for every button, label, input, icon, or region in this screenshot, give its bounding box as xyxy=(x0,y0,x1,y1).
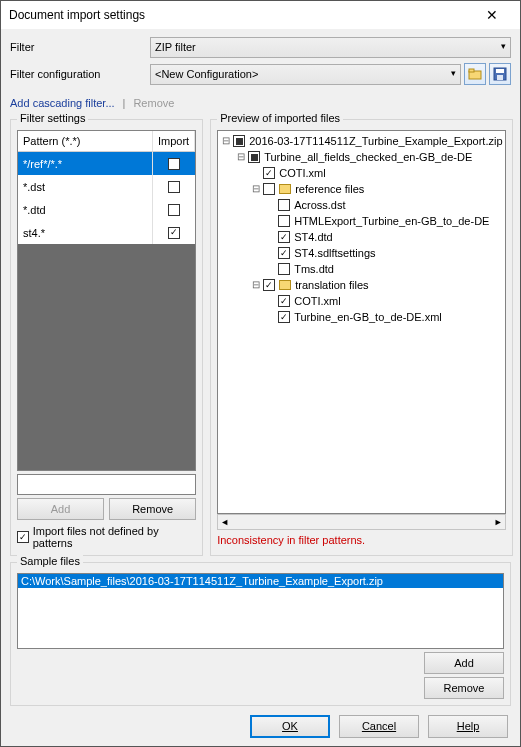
horizontal-scrollbar[interactable]: ◄► xyxy=(217,514,505,530)
add-sample-button[interactable]: Add xyxy=(424,652,504,674)
table-row[interactable]: st4.* xyxy=(18,221,195,244)
sample-files-list[interactable]: C:\Work\Sample_files\2016-03-17T114511Z_… xyxy=(17,573,504,649)
pattern-cell: *.dtd xyxy=(18,198,153,221)
col-pattern[interactable]: Pattern (*.*) xyxy=(18,131,153,151)
tree-item[interactable]: ST4.dtd xyxy=(294,229,333,245)
preview-title: Preview of imported files xyxy=(217,112,343,124)
tree-checkbox[interactable] xyxy=(263,183,275,195)
collapse-icon[interactable]: ⊟ xyxy=(251,184,261,194)
close-button[interactable]: ✕ xyxy=(472,1,512,29)
import-undefined-label: Import files not defined by patterns xyxy=(33,525,197,549)
tree-checkbox[interactable] xyxy=(278,263,290,275)
list-item[interactable]: C:\Work\Sample_files\2016-03-17T114511Z_… xyxy=(18,574,503,588)
collapse-icon[interactable]: ⊟ xyxy=(221,136,231,146)
import-checkbox[interactable] xyxy=(168,227,180,239)
table-row[interactable]: *.dst xyxy=(18,175,195,198)
filter-value: ZIP filter xyxy=(155,41,196,53)
save-icon xyxy=(493,67,507,81)
folder-open-icon xyxy=(468,67,482,81)
remove-pattern-button[interactable]: Remove xyxy=(109,498,196,520)
pattern-cell: */ref*/*.* xyxy=(18,152,153,175)
tree-checkbox[interactable] xyxy=(248,151,260,163)
collapse-icon[interactable]: ⊟ xyxy=(236,152,246,162)
tree-checkbox[interactable] xyxy=(278,247,290,259)
chevron-down-icon: ▾ xyxy=(501,41,506,51)
folder-icon xyxy=(279,280,291,290)
tree-checkbox[interactable] xyxy=(278,311,290,323)
tree-item[interactable]: 2016-03-17T114511Z_Turbine_Example_Expor… xyxy=(249,133,502,149)
add-pattern-button[interactable]: Add xyxy=(17,498,104,520)
tree-item[interactable]: Across.dst xyxy=(294,197,345,213)
table-row[interactable]: *.dtd xyxy=(18,198,195,221)
table-row[interactable]: */ref*/*.* xyxy=(18,152,195,175)
folder-icon xyxy=(279,184,291,194)
tree-checkbox[interactable] xyxy=(263,167,275,179)
pattern-input[interactable] xyxy=(17,474,196,495)
filter-dropdown[interactable]: ZIP filter ▾ xyxy=(150,37,511,58)
filter-settings-title: Filter settings xyxy=(17,112,88,124)
col-import[interactable]: Import xyxy=(153,131,195,151)
svg-rect-4 xyxy=(497,75,503,80)
tree-item[interactable]: ST4.sdlftsettings xyxy=(294,245,375,261)
tree-checkbox[interactable] xyxy=(263,279,275,291)
warning-text: Inconsistency in filter patterns. xyxy=(217,534,505,549)
pattern-cell: *.dst xyxy=(18,175,153,198)
remove-filter-link: Remove xyxy=(133,97,174,109)
chevron-down-icon: ▾ xyxy=(451,68,456,78)
svg-rect-3 xyxy=(496,69,504,73)
preview-group: Preview of imported files ⊟ 2016-03-17T1… xyxy=(210,119,512,556)
pattern-table[interactable]: Pattern (*.*) Import */ref*/*.* *.dst xyxy=(17,130,196,471)
tree-checkbox[interactable] xyxy=(233,135,245,147)
import-checkbox[interactable] xyxy=(168,204,180,216)
tree-item[interactable]: translation files xyxy=(295,277,368,293)
tree-item[interactable]: HTMLExport_Turbine_en-GB_to_de-DE xyxy=(294,213,489,229)
sample-files-group: Sample files C:\Work\Sample_files\2016-0… xyxy=(10,562,511,706)
sample-files-title: Sample files xyxy=(17,555,83,567)
tree-item[interactable]: COTI.xml xyxy=(294,293,340,309)
save-config-button[interactable] xyxy=(489,63,511,85)
pattern-cell: st4.* xyxy=(18,221,153,244)
filter-config-label: Filter configuration xyxy=(10,68,150,80)
tree-item[interactable]: Turbine_en-GB_to_de-DE.xml xyxy=(294,309,442,325)
separator: | xyxy=(123,97,126,109)
open-config-button[interactable] xyxy=(464,63,486,85)
tree-checkbox[interactable] xyxy=(278,295,290,307)
filter-label: Filter xyxy=(10,41,150,53)
window-title: Document import settings xyxy=(9,8,472,22)
tree-checkbox[interactable] xyxy=(278,199,290,211)
scroll-right-icon[interactable]: ► xyxy=(494,517,503,527)
filter-config-dropdown[interactable]: <New Configuration> ▾ xyxy=(150,64,461,85)
import-undefined-checkbox[interactable] xyxy=(17,531,29,543)
import-checkbox[interactable] xyxy=(168,158,180,170)
cancel-button[interactable]: Cancel xyxy=(339,715,419,738)
tree-item[interactable]: reference files xyxy=(295,181,364,197)
add-cascading-filter-link[interactable]: Add cascading filter... xyxy=(10,97,115,109)
help-button[interactable]: Help xyxy=(428,715,508,738)
tree-item[interactable]: COTI.xml xyxy=(279,165,325,181)
collapse-icon[interactable]: ⊟ xyxy=(251,280,261,290)
import-checkbox[interactable] xyxy=(168,181,180,193)
tree-item[interactable]: Turbine_all_fields_checked_en-GB_de-DE xyxy=(264,149,472,165)
svg-rect-1 xyxy=(469,69,474,72)
filter-settings-group: Filter settings Pattern (*.*) Import */r… xyxy=(10,119,203,556)
preview-tree[interactable]: ⊟ 2016-03-17T114511Z_Turbine_Example_Exp… xyxy=(217,130,505,514)
tree-checkbox[interactable] xyxy=(278,231,290,243)
remove-sample-button[interactable]: Remove xyxy=(424,677,504,699)
filter-config-value: <New Configuration> xyxy=(155,68,258,80)
ok-button[interactable]: OK xyxy=(250,715,330,738)
tree-item[interactable]: Tms.dtd xyxy=(294,261,334,277)
tree-checkbox[interactable] xyxy=(278,215,290,227)
scroll-left-icon[interactable]: ◄ xyxy=(220,517,229,527)
